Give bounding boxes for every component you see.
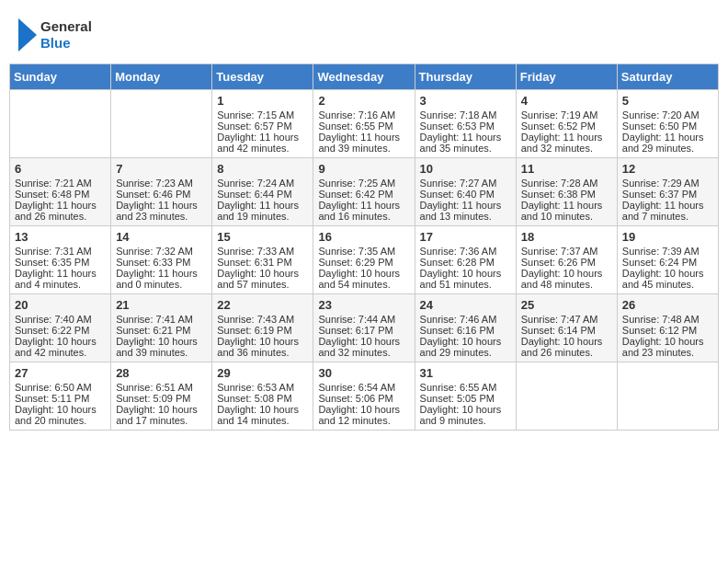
day-info: Sunset: 5:05 PM	[420, 393, 511, 404]
calendar-cell: 3Sunrise: 7:18 AMSunset: 6:53 PMDaylight…	[415, 90, 516, 158]
day-info: Sunrise: 7:39 AM	[622, 246, 713, 257]
day-info: Sunrise: 7:44 AM	[318, 314, 409, 325]
day-number: 17	[420, 230, 511, 244]
day-info: Daylight: 11 hours and 39 minutes.	[318, 132, 409, 154]
day-number: 21	[116, 298, 207, 312]
day-info: Sunset: 6:16 PM	[420, 325, 511, 336]
day-info: Daylight: 10 hours and 48 minutes.	[521, 268, 612, 290]
day-info: Daylight: 10 hours and 29 minutes.	[420, 336, 511, 358]
logo: General Blue	[18, 18, 92, 52]
day-info: Sunset: 6:24 PM	[622, 257, 713, 268]
day-number: 9	[318, 162, 409, 176]
day-number: 23	[318, 298, 409, 312]
day-info: Sunset: 6:52 PM	[521, 121, 612, 132]
day-info: Sunrise: 7:25 AM	[318, 178, 409, 189]
day-info: Sunset: 6:35 PM	[15, 257, 106, 268]
weekday-friday: Friday	[516, 64, 617, 90]
day-info: Sunrise: 7:33 AM	[217, 246, 308, 257]
day-info: Daylight: 11 hours and 13 minutes.	[420, 200, 511, 222]
day-number: 14	[116, 230, 207, 244]
weekday-thursday: Thursday	[415, 64, 516, 90]
day-number: 10	[420, 162, 511, 176]
calendar-cell	[10, 90, 111, 158]
day-info: Sunrise: 7:37 AM	[521, 246, 612, 257]
week-row-3: 13Sunrise: 7:31 AMSunset: 6:35 PMDayligh…	[10, 226, 719, 294]
week-row-4: 20Sunrise: 7:40 AMSunset: 6:22 PMDayligh…	[10, 294, 719, 362]
calendar-cell: 17Sunrise: 7:36 AMSunset: 6:28 PMDayligh…	[415, 226, 516, 294]
day-info: Sunrise: 7:21 AM	[15, 178, 106, 189]
calendar-cell: 1Sunrise: 7:15 AMSunset: 6:57 PMDaylight…	[212, 90, 313, 158]
calendar-cell: 20Sunrise: 7:40 AMSunset: 6:22 PMDayligh…	[10, 294, 111, 362]
day-info: Daylight: 11 hours and 10 minutes.	[521, 200, 612, 222]
logo-triangle-icon	[18, 18, 37, 52]
day-info: Daylight: 10 hours and 39 minutes.	[116, 336, 207, 358]
calendar-cell: 29Sunrise: 6:53 AMSunset: 5:08 PMDayligh…	[212, 362, 313, 431]
day-info: Daylight: 11 hours and 35 minutes.	[420, 132, 511, 154]
day-info: Sunset: 5:09 PM	[116, 393, 207, 404]
svg-marker-0	[18, 18, 37, 52]
calendar-cell: 7Sunrise: 7:23 AMSunset: 6:46 PMDaylight…	[111, 158, 212, 226]
week-row-2: 6Sunrise: 7:21 AMSunset: 6:48 PMDaylight…	[10, 158, 719, 226]
calendar-cell: 30Sunrise: 6:54 AMSunset: 5:06 PMDayligh…	[313, 362, 415, 431]
day-info: Sunset: 6:46 PM	[116, 189, 207, 200]
calendar-body: 1Sunrise: 7:15 AMSunset: 6:57 PMDaylight…	[10, 90, 719, 431]
day-number: 8	[217, 162, 308, 176]
day-number: 27	[15, 366, 106, 380]
day-info: Sunset: 6:31 PM	[217, 257, 308, 268]
day-info: Sunrise: 7:46 AM	[420, 314, 511, 325]
day-number: 19	[622, 230, 713, 244]
calendar-cell: 10Sunrise: 7:27 AMSunset: 6:40 PMDayligh…	[415, 158, 516, 226]
day-info: Sunset: 6:40 PM	[420, 189, 511, 200]
day-number: 12	[622, 162, 713, 176]
day-info: Sunrise: 7:18 AM	[420, 109, 511, 121]
day-number: 30	[318, 366, 409, 380]
day-info: Daylight: 11 hours and 23 minutes.	[116, 200, 207, 222]
day-info: Sunrise: 7:48 AM	[622, 314, 713, 325]
day-info: Sunrise: 7:35 AM	[318, 246, 409, 257]
day-info: Daylight: 10 hours and 23 minutes.	[622, 336, 713, 358]
day-info: Sunset: 6:19 PM	[217, 325, 308, 336]
day-info: Sunset: 6:42 PM	[318, 189, 409, 200]
day-info: Sunset: 6:50 PM	[622, 121, 713, 132]
day-info: Daylight: 11 hours and 4 minutes.	[15, 268, 106, 290]
day-info: Daylight: 11 hours and 7 minutes.	[622, 200, 713, 222]
day-info: Sunset: 6:12 PM	[622, 325, 713, 336]
day-info: Sunrise: 7:19 AM	[521, 109, 612, 121]
calendar-cell: 18Sunrise: 7:37 AMSunset: 6:26 PMDayligh…	[516, 226, 617, 294]
logo-blue: Blue	[40, 35, 92, 52]
calendar-cell	[617, 362, 718, 431]
day-info: Sunrise: 7:32 AM	[116, 246, 207, 257]
calendar-cell: 13Sunrise: 7:31 AMSunset: 6:35 PMDayligh…	[10, 226, 111, 294]
day-info: Daylight: 11 hours and 42 minutes.	[217, 132, 308, 154]
calendar-cell: 22Sunrise: 7:43 AMSunset: 6:19 PMDayligh…	[212, 294, 313, 362]
day-info: Sunset: 6:14 PM	[521, 325, 612, 336]
calendar-cell: 27Sunrise: 6:50 AMSunset: 5:11 PMDayligh…	[10, 362, 111, 431]
day-number: 3	[420, 94, 511, 108]
day-info: Sunrise: 7:47 AM	[521, 314, 612, 325]
calendar-cell: 31Sunrise: 6:55 AMSunset: 5:05 PMDayligh…	[415, 362, 516, 431]
day-number: 18	[521, 230, 612, 244]
day-info: Sunset: 5:08 PM	[217, 393, 308, 404]
day-info: Daylight: 10 hours and 45 minutes.	[622, 268, 713, 290]
calendar-cell: 21Sunrise: 7:41 AMSunset: 6:21 PMDayligh…	[111, 294, 212, 362]
day-number: 11	[521, 162, 612, 176]
day-number: 16	[318, 230, 409, 244]
day-info: Sunrise: 7:28 AM	[521, 178, 612, 189]
day-info: Sunset: 5:06 PM	[318, 393, 409, 404]
day-info: Sunset: 6:55 PM	[318, 121, 409, 132]
day-info: Sunrise: 7:20 AM	[622, 109, 713, 121]
day-info: Sunrise: 6:53 AM	[217, 382, 308, 393]
day-info: Sunset: 6:53 PM	[420, 121, 511, 132]
day-number: 4	[521, 94, 612, 108]
day-info: Sunset: 6:33 PM	[116, 257, 207, 268]
day-info: Sunset: 6:37 PM	[622, 189, 713, 200]
day-info: Sunrise: 7:29 AM	[622, 178, 713, 189]
weekday-header-row: SundayMondayTuesdayWednesdayThursdayFrid…	[10, 64, 719, 90]
day-info: Daylight: 11 hours and 26 minutes.	[15, 200, 106, 222]
logo-text-block: General Blue	[18, 18, 92, 52]
week-row-1: 1Sunrise: 7:15 AMSunset: 6:57 PMDaylight…	[10, 90, 719, 158]
calendar-cell: 11Sunrise: 7:28 AMSunset: 6:38 PMDayligh…	[516, 158, 617, 226]
calendar-cell	[111, 90, 212, 158]
day-number: 5	[622, 94, 713, 108]
calendar-cell: 6Sunrise: 7:21 AMSunset: 6:48 PMDaylight…	[10, 158, 111, 226]
